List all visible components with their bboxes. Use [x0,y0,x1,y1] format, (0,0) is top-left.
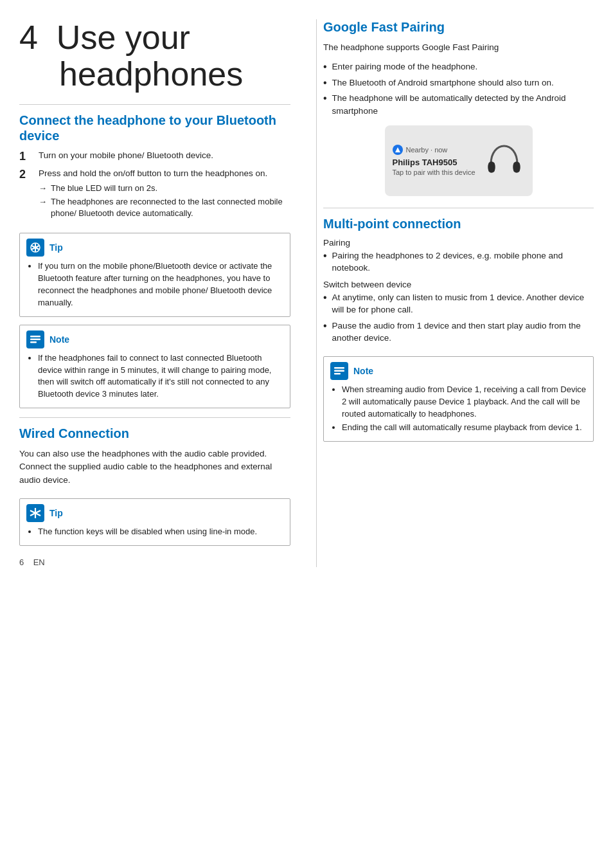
google-fast-pairing-title: Google Fast Pairing [323,19,594,35]
title-line2: headphones [59,55,243,93]
note-header-2: Note [330,362,587,380]
headphone-illustration [483,140,525,181]
note-icon-2 [330,362,348,380]
page-number: 6 EN [19,557,290,567]
main-title: 4 Use your headphones [19,19,290,93]
pairing-label: Pairing [323,238,594,248]
tip-icon-2 [26,504,44,522]
note-2-item-1: When streaming audio from Device 1, rece… [342,384,587,420]
bullet-dot-4: • [323,249,327,262]
svg-rect-17 [334,367,344,369]
step-2-num: 2 [19,168,36,182]
note-label-2: Note [353,365,373,377]
gfp-bullet-3: • The headphone will be automatically de… [323,92,594,117]
note-1-item-1: If the headphones fail to connect to las… [38,352,283,401]
step-1-text: Turn on your mobile phone/ Bluetooth dev… [39,150,213,162]
switch-bullet-1-text: At anytime, only can listen to music fro… [332,291,594,316]
chapter-number: 4 [19,19,38,56]
step-1: 1 Turn on your mobile phone/ Bluetooth d… [19,150,290,164]
gfp-bullet-1-text: Enter pairing mode of the headphone. [332,60,478,73]
svg-rect-8 [30,341,37,343]
svg-rect-7 [30,338,40,340]
tip-icon-1 [26,239,44,257]
tip-header-1: Tip [26,239,283,257]
bullet-dot-1: • [323,60,327,73]
gfp-bullet-1: • Enter pairing mode of the headphone. [323,60,594,73]
sub-steps-list: → The blue LED will turn on 2s. → The he… [39,183,290,220]
tip-2-item-1: The function keys will be disabled when … [38,526,283,538]
note-box-1: Note If the headphones fail to connect t… [19,325,290,408]
connect-section-title: Connect the headphone to your Bluetooth … [19,113,290,143]
bullet-dot-5: • [323,291,327,303]
svg-point-16 [513,161,520,173]
step-2-text: Press and hold the on/off button to turn… [39,168,267,178]
nearby-dot-icon [393,145,403,155]
note-1-list: If the headphones fail to connect to las… [26,352,283,401]
page-num-value: 6 [19,557,24,567]
bullet-dot-2: • [323,77,327,89]
pairing-bullet-1-text: Pairing the headphones to 2 devices, e.g… [332,249,594,275]
note-icon-1 [26,330,44,348]
switch-bullet-2: • Pause the audio from 1 device and then… [323,320,594,345]
pairing-bullets: • Pairing the headphones to 2 devices, e… [323,249,594,275]
switch-bullet-1: • At anytime, only can listen to music f… [323,291,594,316]
pairing-bullet-1: • Pairing the headphones to 2 devices, e… [323,249,594,275]
bullet-dot-6: • [323,320,327,332]
gfp-bullet-3-text: The headphone will be automatically dete… [332,92,594,117]
note-box-2: Note When streaming audio from Device 1,… [323,356,594,442]
sub-step-2: → The headphones are reconnected to the … [39,196,290,219]
multipoint-section: Multi-point connection Pairing • Pairing… [323,216,594,345]
wired-section-title: Wired Connection [19,426,290,441]
title-line1: Use your [57,19,190,56]
pairing-illustration: Nearby · now Philips TAH9505 Tap to pair… [385,125,533,196]
page-lang-value: EN [33,557,45,567]
google-fast-pairing-bullets: • Enter pairing mode of the headphone. •… [323,60,594,117]
tip-header-2: Tip [26,504,283,522]
svg-rect-18 [334,370,344,372]
sub-step-2-text: The headphones are reconnected to the la… [51,196,290,219]
tip-label-1: Tip [49,241,63,254]
pairing-device-name: Philips TAH9505 [393,158,477,167]
sub-step-1-text: The blue LED will turn on 2s. [51,183,157,194]
pairing-text-box: Nearby · now Philips TAH9505 Tap to pair… [393,145,477,176]
svg-rect-19 [334,373,341,375]
nearby-label: Nearby · now [406,146,448,154]
wired-section: Wired Connection You can also use the he… [19,426,290,487]
wired-section-body: You can also use the headphones with the… [19,448,290,487]
arrow-icon-2: → [39,196,47,208]
switch-label: Switch between device [323,280,594,289]
step-2: 2 Press and hold the on/off button to tu… [19,168,290,221]
tip-1-item-1: If you turn on the mobile phone/Bluetoot… [38,260,283,309]
gfp-bullet-2-text: The Bluetooth of Android smartphone shou… [332,77,554,89]
tip-label-2: Tip [49,507,63,520]
step-1-num: 1 [19,150,36,164]
note-2-list: When streaming audio from Device 1, rece… [330,384,587,434]
gfp-bullet-2: • The Bluetooth of Android smartphone sh… [323,77,594,89]
multipoint-title: Multi-point connection [323,216,594,231]
google-fast-pairing-section: Google Fast Pairing The headphone suppor… [323,19,594,196]
google-fast-pairing-intro: The headphone supports Google Fast Pairi… [323,41,594,54]
tip-box-1: Tip If you turn on the mobile phone/Blue… [19,233,290,316]
note-label-1: Note [49,333,69,346]
sub-step-1: → The blue LED will turn on 2s. [39,183,290,194]
switch-bullets: • At anytime, only can listen to music f… [323,291,594,345]
arrow-icon-1: → [39,183,47,194]
note-header-1: Note [26,330,283,348]
tip-1-list: If you turn on the mobile phone/Bluetoot… [26,260,283,309]
tip-box-2: Tip The function keys will be disabled w… [19,498,290,546]
divider-1 [19,104,290,105]
svg-point-15 [488,161,495,173]
right-column: Google Fast Pairing The headphone suppor… [316,19,594,567]
left-column: 4 Use your headphones Connect the headph… [19,19,297,567]
nearby-row: Nearby · now [393,145,477,155]
steps-list: 1 Turn on your mobile phone/ Bluetooth d… [19,150,290,221]
pairing-tap-text: Tap to pair with this device [393,168,477,176]
tip-2-list: The function keys will be disabled when … [26,526,283,538]
note-2-item-2: Ending the call will automatically resum… [342,422,587,434]
divider-2 [19,417,290,418]
switch-bullet-2-text: Pause the audio from 1 device and then s… [332,320,594,345]
connect-section: Connect the headphone to your Bluetooth … [19,113,290,221]
bullet-dot-3: • [323,92,327,104]
divider-3 [323,208,594,208]
svg-rect-6 [30,336,40,338]
